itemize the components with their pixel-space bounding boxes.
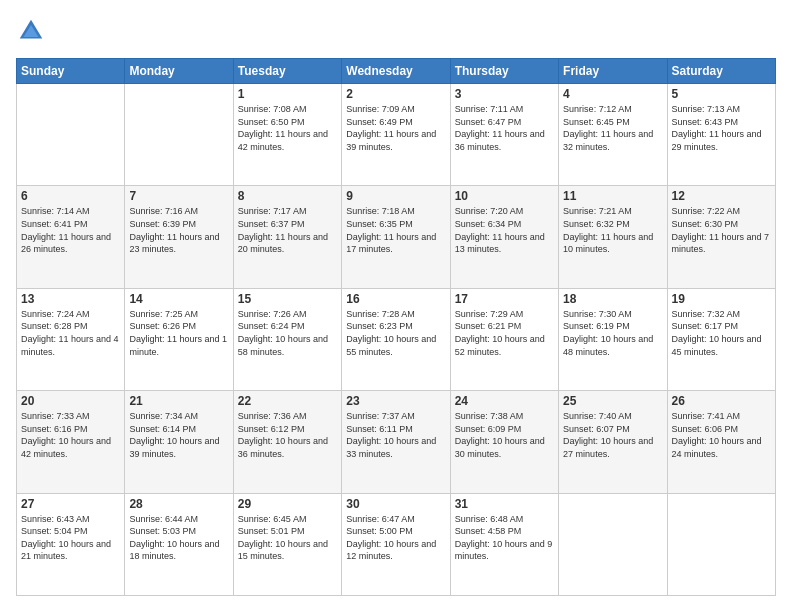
day-number: 27 bbox=[21, 497, 120, 511]
cell-details: Sunrise: 7:08 AMSunset: 6:50 PMDaylight:… bbox=[238, 103, 337, 153]
cell-details: Sunrise: 7:11 AMSunset: 6:47 PMDaylight:… bbox=[455, 103, 554, 153]
day-number: 16 bbox=[346, 292, 445, 306]
day-number: 10 bbox=[455, 189, 554, 203]
day-number: 17 bbox=[455, 292, 554, 306]
day-number: 23 bbox=[346, 394, 445, 408]
calendar-cell: 20Sunrise: 7:33 AMSunset: 6:16 PMDayligh… bbox=[17, 391, 125, 493]
calendar-cell: 13Sunrise: 7:24 AMSunset: 6:28 PMDayligh… bbox=[17, 288, 125, 390]
cell-details: Sunrise: 7:17 AMSunset: 6:37 PMDaylight:… bbox=[238, 205, 337, 255]
calendar-cell bbox=[17, 84, 125, 186]
day-number: 19 bbox=[672, 292, 771, 306]
calendar-cell: 7Sunrise: 7:16 AMSunset: 6:39 PMDaylight… bbox=[125, 186, 233, 288]
day-number: 6 bbox=[21, 189, 120, 203]
cell-details: Sunrise: 7:40 AMSunset: 6:07 PMDaylight:… bbox=[563, 410, 662, 460]
calendar-cell: 28Sunrise: 6:44 AMSunset: 5:03 PMDayligh… bbox=[125, 493, 233, 595]
cell-details: Sunrise: 7:28 AMSunset: 6:23 PMDaylight:… bbox=[346, 308, 445, 358]
calendar-cell: 10Sunrise: 7:20 AMSunset: 6:34 PMDayligh… bbox=[450, 186, 558, 288]
cell-details: Sunrise: 7:29 AMSunset: 6:21 PMDaylight:… bbox=[455, 308, 554, 358]
cell-details: Sunrise: 7:38 AMSunset: 6:09 PMDaylight:… bbox=[455, 410, 554, 460]
day-header-sunday: Sunday bbox=[17, 59, 125, 84]
day-header-saturday: Saturday bbox=[667, 59, 775, 84]
day-number: 31 bbox=[455, 497, 554, 511]
cell-details: Sunrise: 7:18 AMSunset: 6:35 PMDaylight:… bbox=[346, 205, 445, 255]
week-row-5: 27Sunrise: 6:43 AMSunset: 5:04 PMDayligh… bbox=[17, 493, 776, 595]
calendar-cell: 11Sunrise: 7:21 AMSunset: 6:32 PMDayligh… bbox=[559, 186, 667, 288]
cell-details: Sunrise: 7:16 AMSunset: 6:39 PMDaylight:… bbox=[129, 205, 228, 255]
day-number: 30 bbox=[346, 497, 445, 511]
day-number: 26 bbox=[672, 394, 771, 408]
calendar-cell: 4Sunrise: 7:12 AMSunset: 6:45 PMDaylight… bbox=[559, 84, 667, 186]
day-header-friday: Friday bbox=[559, 59, 667, 84]
day-number: 14 bbox=[129, 292, 228, 306]
calendar-table: SundayMondayTuesdayWednesdayThursdayFrid… bbox=[16, 58, 776, 596]
day-number: 5 bbox=[672, 87, 771, 101]
cell-details: Sunrise: 6:48 AMSunset: 4:58 PMDaylight:… bbox=[455, 513, 554, 563]
cell-details: Sunrise: 6:43 AMSunset: 5:04 PMDaylight:… bbox=[21, 513, 120, 563]
day-number: 8 bbox=[238, 189, 337, 203]
cell-details: Sunrise: 7:36 AMSunset: 6:12 PMDaylight:… bbox=[238, 410, 337, 460]
calendar-cell: 12Sunrise: 7:22 AMSunset: 6:30 PMDayligh… bbox=[667, 186, 775, 288]
cell-details: Sunrise: 7:21 AMSunset: 6:32 PMDaylight:… bbox=[563, 205, 662, 255]
calendar-cell bbox=[125, 84, 233, 186]
calendar-cell: 9Sunrise: 7:18 AMSunset: 6:35 PMDaylight… bbox=[342, 186, 450, 288]
calendar-cell: 22Sunrise: 7:36 AMSunset: 6:12 PMDayligh… bbox=[233, 391, 341, 493]
day-number: 3 bbox=[455, 87, 554, 101]
day-number: 11 bbox=[563, 189, 662, 203]
day-number: 22 bbox=[238, 394, 337, 408]
logo-icon bbox=[16, 16, 46, 46]
page: SundayMondayTuesdayWednesdayThursdayFrid… bbox=[0, 0, 792, 612]
logo bbox=[16, 16, 50, 46]
week-row-2: 6Sunrise: 7:14 AMSunset: 6:41 PMDaylight… bbox=[17, 186, 776, 288]
calendar-cell bbox=[667, 493, 775, 595]
cell-details: Sunrise: 7:14 AMSunset: 6:41 PMDaylight:… bbox=[21, 205, 120, 255]
week-row-3: 13Sunrise: 7:24 AMSunset: 6:28 PMDayligh… bbox=[17, 288, 776, 390]
cell-details: Sunrise: 7:24 AMSunset: 6:28 PMDaylight:… bbox=[21, 308, 120, 358]
header-row: SundayMondayTuesdayWednesdayThursdayFrid… bbox=[17, 59, 776, 84]
calendar-cell: 3Sunrise: 7:11 AMSunset: 6:47 PMDaylight… bbox=[450, 84, 558, 186]
day-number: 24 bbox=[455, 394, 554, 408]
cell-details: Sunrise: 7:41 AMSunset: 6:06 PMDaylight:… bbox=[672, 410, 771, 460]
cell-details: Sunrise: 6:47 AMSunset: 5:00 PMDaylight:… bbox=[346, 513, 445, 563]
day-number: 2 bbox=[346, 87, 445, 101]
cell-details: Sunrise: 7:30 AMSunset: 6:19 PMDaylight:… bbox=[563, 308, 662, 358]
calendar-cell: 27Sunrise: 6:43 AMSunset: 5:04 PMDayligh… bbox=[17, 493, 125, 595]
day-number: 9 bbox=[346, 189, 445, 203]
cell-details: Sunrise: 6:44 AMSunset: 5:03 PMDaylight:… bbox=[129, 513, 228, 563]
day-header-thursday: Thursday bbox=[450, 59, 558, 84]
day-number: 21 bbox=[129, 394, 228, 408]
day-number: 7 bbox=[129, 189, 228, 203]
cell-details: Sunrise: 7:33 AMSunset: 6:16 PMDaylight:… bbox=[21, 410, 120, 460]
calendar-cell: 15Sunrise: 7:26 AMSunset: 6:24 PMDayligh… bbox=[233, 288, 341, 390]
day-header-monday: Monday bbox=[125, 59, 233, 84]
calendar-cell: 8Sunrise: 7:17 AMSunset: 6:37 PMDaylight… bbox=[233, 186, 341, 288]
cell-details: Sunrise: 7:37 AMSunset: 6:11 PMDaylight:… bbox=[346, 410, 445, 460]
calendar-cell: 17Sunrise: 7:29 AMSunset: 6:21 PMDayligh… bbox=[450, 288, 558, 390]
day-number: 13 bbox=[21, 292, 120, 306]
calendar-cell: 30Sunrise: 6:47 AMSunset: 5:00 PMDayligh… bbox=[342, 493, 450, 595]
day-number: 15 bbox=[238, 292, 337, 306]
cell-details: Sunrise: 6:45 AMSunset: 5:01 PMDaylight:… bbox=[238, 513, 337, 563]
calendar-cell bbox=[559, 493, 667, 595]
calendar-cell: 31Sunrise: 6:48 AMSunset: 4:58 PMDayligh… bbox=[450, 493, 558, 595]
day-number: 18 bbox=[563, 292, 662, 306]
day-header-wednesday: Wednesday bbox=[342, 59, 450, 84]
cell-details: Sunrise: 7:09 AMSunset: 6:49 PMDaylight:… bbox=[346, 103, 445, 153]
calendar-cell: 16Sunrise: 7:28 AMSunset: 6:23 PMDayligh… bbox=[342, 288, 450, 390]
calendar-cell: 5Sunrise: 7:13 AMSunset: 6:43 PMDaylight… bbox=[667, 84, 775, 186]
calendar-cell: 26Sunrise: 7:41 AMSunset: 6:06 PMDayligh… bbox=[667, 391, 775, 493]
calendar-cell: 23Sunrise: 7:37 AMSunset: 6:11 PMDayligh… bbox=[342, 391, 450, 493]
week-row-1: 1Sunrise: 7:08 AMSunset: 6:50 PMDaylight… bbox=[17, 84, 776, 186]
calendar-cell: 6Sunrise: 7:14 AMSunset: 6:41 PMDaylight… bbox=[17, 186, 125, 288]
day-number: 29 bbox=[238, 497, 337, 511]
day-number: 25 bbox=[563, 394, 662, 408]
calendar-cell: 25Sunrise: 7:40 AMSunset: 6:07 PMDayligh… bbox=[559, 391, 667, 493]
calendar-cell: 2Sunrise: 7:09 AMSunset: 6:49 PMDaylight… bbox=[342, 84, 450, 186]
calendar-cell: 14Sunrise: 7:25 AMSunset: 6:26 PMDayligh… bbox=[125, 288, 233, 390]
day-number: 12 bbox=[672, 189, 771, 203]
day-header-tuesday: Tuesday bbox=[233, 59, 341, 84]
cell-details: Sunrise: 7:20 AMSunset: 6:34 PMDaylight:… bbox=[455, 205, 554, 255]
day-number: 4 bbox=[563, 87, 662, 101]
calendar-cell: 21Sunrise: 7:34 AMSunset: 6:14 PMDayligh… bbox=[125, 391, 233, 493]
cell-details: Sunrise: 7:34 AMSunset: 6:14 PMDaylight:… bbox=[129, 410, 228, 460]
header bbox=[16, 16, 776, 46]
